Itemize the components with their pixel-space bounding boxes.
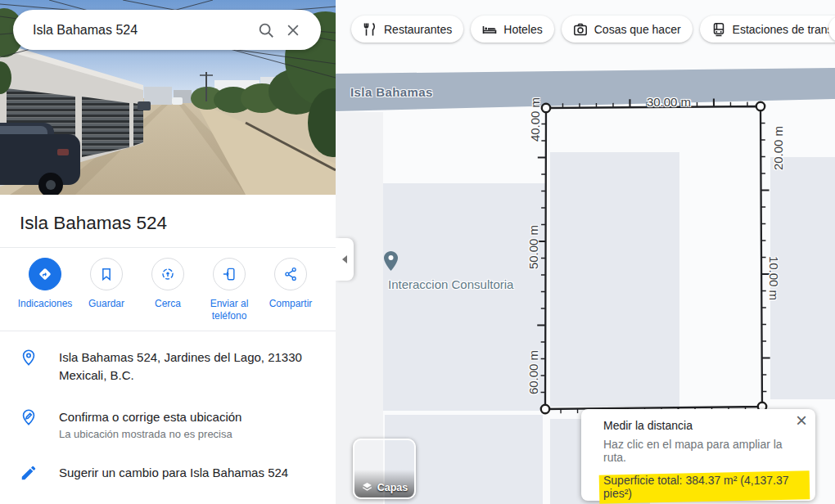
- send-to-phone-icon: [221, 266, 237, 282]
- share-button[interactable]: Compartir: [260, 258, 321, 322]
- share-icon: [282, 266, 299, 282]
- poi-label: Interaccion Consultoria: [388, 277, 530, 291]
- restaurant-icon: [363, 22, 377, 37]
- nearby-icon: [160, 266, 176, 282]
- layers-icon: [361, 481, 373, 493]
- hotel-icon: [482, 22, 497, 37]
- action-buttons: Indicaciones Guardar Cer: [0, 248, 336, 331]
- camera-icon: [573, 22, 588, 37]
- suggest-edit-text: Sugerir un cambio para Isla Bahamas 524: [59, 464, 288, 482]
- save-button[interactable]: Guardar: [76, 258, 137, 322]
- poi-pin-icon: [383, 250, 399, 272]
- category-chips: Restaurantes Hoteles Cosas que hacer: [351, 16, 835, 43]
- place-details: Isla Bahamas 524, Jardines del Lago, 213…: [0, 331, 336, 504]
- confirm-location-subtext: La ubicación mostrada no es precisa: [59, 428, 241, 440]
- close-icon[interactable]: [280, 17, 306, 43]
- page-title: Isla Bahamas 524: [0, 195, 336, 247]
- transit-icon: [711, 22, 726, 37]
- panel-title: Medir la distancia: [603, 419, 802, 432]
- chip-label: Cosas que hacer: [594, 23, 681, 36]
- layers-button[interactable]: Capas: [353, 439, 416, 499]
- collapse-sidebar-button[interactable]: [336, 238, 354, 281]
- chip-label: Restaurantes: [384, 23, 452, 36]
- panel-hint: Haz clic en el mapa para ampliar la ruta…: [603, 438, 802, 464]
- poi-interaccion-consultoria[interactable]: Interaccion Consultoria: [383, 250, 530, 291]
- directions-icon: [36, 265, 54, 283]
- confirm-location-text: Confirma o corrige esta ubicación: [59, 408, 241, 426]
- search-icon[interactable]: [252, 16, 280, 44]
- bookmark-icon: [98, 266, 115, 282]
- address-text: Isla Bahamas 524, Jardines del Lago, 213…: [59, 349, 309, 385]
- place-sidebar: Isla Bahamas 524 Indicaciones: [0, 0, 336, 504]
- edit-location-icon: [20, 408, 39, 428]
- confirm-location-item[interactable]: Confirma o corrige esta ubicación La ubi…: [0, 396, 336, 452]
- place-pin-icon: [20, 349, 39, 368]
- chip-label: Estaciones de transp...: [733, 23, 835, 36]
- chip-label: Hoteles: [503, 23, 542, 36]
- chip-restaurants[interactable]: Restaurantes: [351, 16, 463, 43]
- google-maps-app: Isla Bahamas Interaccion Consultoria 30.…: [0, 0, 835, 504]
- address-item[interactable]: Isla Bahamas 524, Jardines del Lago, 213…: [0, 336, 336, 396]
- suggest-edit-item[interactable]: Sugerir un cambio para Isla Bahamas 524: [0, 452, 336, 495]
- add-place-item[interactable]: Agregar un lugar: [0, 495, 336, 504]
- search-input[interactable]: [33, 23, 252, 38]
- total-area-line: Superficie total: 384.37 m² (4,137.37 pi…: [603, 474, 802, 500]
- layers-label: Capas: [377, 482, 408, 493]
- street-name-label: Isla Bahamas: [350, 85, 433, 99]
- send-to-phone-button[interactable]: Enviar al teléfono: [199, 258, 260, 322]
- nearby-button[interactable]: Cerca: [138, 258, 198, 322]
- measure-distance-panel: × Medir la distancia Haz clic en el mapa…: [581, 409, 815, 501]
- pencil-icon: [20, 464, 39, 484]
- directions-button[interactable]: Indicaciones: [15, 258, 75, 322]
- search-bar: [13, 10, 321, 50]
- close-icon[interactable]: ×: [796, 411, 807, 430]
- chip-transit-stations[interactable]: Estaciones de transp...: [700, 16, 835, 43]
- chip-things-to-do[interactable]: Cosas que hacer: [562, 16, 693, 43]
- chip-hotels[interactable]: Hoteles: [471, 16, 553, 43]
- chevron-left-icon: [342, 255, 347, 263]
